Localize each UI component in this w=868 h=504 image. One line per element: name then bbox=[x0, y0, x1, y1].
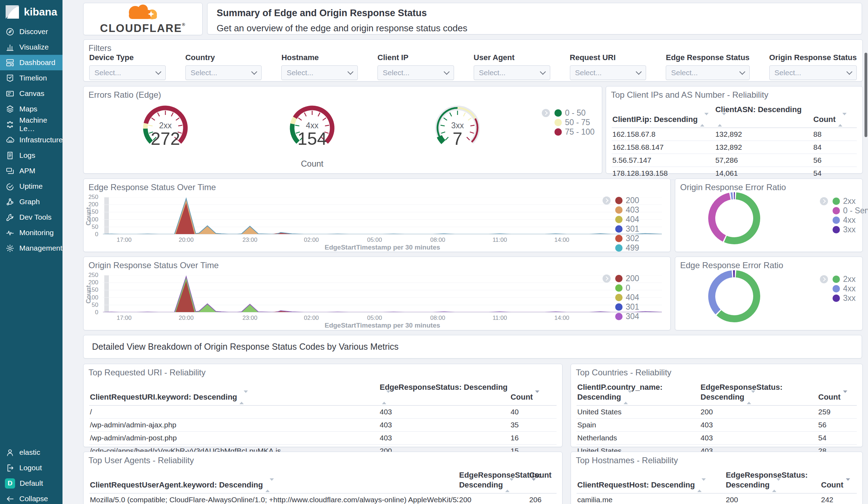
x-axis-tick[interactable]: 02:00 bbox=[296, 315, 327, 322]
filter-select-client-ip[interactable]: Select... bbox=[377, 65, 454, 80]
legend-item[interactable]: 200 bbox=[603, 274, 639, 283]
x-axis-tick[interactable]: 11:00 bbox=[484, 237, 515, 244]
x-axis-tick[interactable]: 08:00 bbox=[422, 237, 454, 244]
sidebar-item-machine-le[interactable]: Machine Le… bbox=[0, 117, 63, 132]
legend-item[interactable]: 4xx bbox=[820, 284, 856, 293]
filter-select-origin-response-status[interactable]: Select... bbox=[769, 65, 857, 80]
legend-item[interactable]: 0 - 50 bbox=[542, 108, 594, 118]
cloudflare-brand-text: CLOUDFLARE® bbox=[100, 22, 186, 35]
column-header[interactable]: ClientIP.country_name: Descending bbox=[577, 380, 700, 406]
column-header[interactable]: Count bbox=[813, 103, 857, 128]
chevron-right-icon[interactable] bbox=[603, 274, 611, 283]
legend-item[interactable]: 404 bbox=[603, 293, 639, 302]
legend-item[interactable]: 302 bbox=[603, 234, 639, 243]
legend-item[interactable]: 2xx bbox=[820, 196, 868, 206]
x-axis-tick[interactable]: 14:00 bbox=[546, 237, 578, 244]
column-header[interactable]: ClientRequestUserAgent.keyword: Descendi… bbox=[89, 468, 458, 493]
column-header[interactable]: ClientIP.ip: Descending bbox=[612, 103, 715, 128]
column-header[interactable]: EdgeResponseStatus: Descending bbox=[725, 468, 820, 493]
kibana-logo[interactable]: kibana bbox=[0, 0, 63, 23]
column-header[interactable]: ClientRequestHost: Descending bbox=[577, 468, 725, 493]
column-header[interactable]: Count bbox=[528, 468, 557, 493]
y-axis-tick: 200 bbox=[84, 201, 98, 208]
legend-item[interactable]: 0 bbox=[603, 283, 639, 293]
table-cell: 200 bbox=[700, 406, 817, 419]
column-header[interactable]: ClientRequestURI.keyword: Descending bbox=[89, 380, 379, 406]
x-axis-tick[interactable]: 17:00 bbox=[108, 237, 140, 244]
legend-item[interactable]: 301 bbox=[603, 302, 639, 312]
column-header[interactable]: EdgeResponseStatus: Descending bbox=[379, 380, 510, 406]
filter-select-edge-response-status[interactable]: Select... bbox=[666, 65, 749, 80]
legend-item[interactable]: 404 bbox=[603, 215, 639, 224]
filter-select-user-agent[interactable]: Select... bbox=[474, 65, 550, 80]
column-header[interactable]: Count bbox=[817, 380, 857, 406]
table-row: 162.158.68.147132,89284 bbox=[612, 141, 857, 154]
legend-item[interactable]: 403 bbox=[603, 205, 639, 215]
page-scrollbar-thumb[interactable] bbox=[864, 53, 867, 137]
sidebar-item-graph[interactable]: Graph bbox=[0, 194, 63, 209]
x-axis-tick[interactable]: 23:00 bbox=[234, 237, 266, 244]
legend-item[interactable]: 301 bbox=[603, 224, 639, 234]
sidebar-item-collapse[interactable]: Collapse bbox=[0, 491, 63, 504]
filter-select-hostname[interactable]: Select... bbox=[281, 65, 358, 80]
sidebar-item-discover[interactable]: Discover bbox=[0, 24, 63, 39]
x-axis-tick[interactable]: 05:00 bbox=[359, 237, 390, 244]
sidebar-item-canvas[interactable]: Canvas bbox=[0, 86, 63, 101]
x-axis-tick[interactable]: 11:00 bbox=[484, 315, 515, 322]
sort-icon bbox=[838, 115, 847, 125]
x-axis-tick[interactable]: 08:00 bbox=[422, 315, 454, 322]
filter-select-device-type[interactable]: Select... bbox=[89, 65, 166, 80]
filter-select-country[interactable]: Select... bbox=[185, 65, 262, 80]
sidebar-item-monitoring[interactable]: Monitoring bbox=[0, 225, 63, 240]
filters-panel: Filters Device TypeSelect...CountrySelec… bbox=[83, 39, 863, 82]
legend-item[interactable]: 2xx bbox=[820, 274, 856, 284]
sidebar-item-uptime[interactable]: Uptime bbox=[0, 179, 63, 194]
legend-item[interactable]: 50 - 75 bbox=[542, 118, 594, 127]
sidebar-item-timelion[interactable]: Timelion bbox=[0, 70, 63, 86]
sidebar-item-elastic[interactable]: elastic bbox=[0, 445, 63, 460]
sidebar-item-visualize[interactable]: Visualize bbox=[0, 39, 63, 55]
legend-item[interactable]: 75 - 100 bbox=[542, 127, 594, 137]
column-header[interactable]: Count bbox=[510, 380, 557, 406]
column-header[interactable]: ClientASN: Descending bbox=[715, 103, 813, 128]
column-header-label: Count bbox=[813, 115, 836, 124]
chevron-right-icon[interactable] bbox=[820, 197, 828, 205]
column-header-label: Count bbox=[821, 480, 843, 489]
legend-item[interactable]: 3xx bbox=[820, 225, 868, 234]
legend-item[interactable]: 4xx bbox=[820, 215, 868, 225]
legend-label: 404 bbox=[626, 293, 639, 302]
column-header[interactable]: EdgeResponseStatus: Descending bbox=[700, 380, 817, 406]
chevron-right-icon[interactable] bbox=[542, 109, 550, 117]
x-axis-tick[interactable]: 02:00 bbox=[296, 237, 327, 244]
legend-item[interactable]: 200 bbox=[603, 196, 639, 205]
sidebar-item-apm[interactable]: APM bbox=[0, 163, 63, 179]
sidebar-item-dashboard[interactable]: Dashboard bbox=[0, 55, 63, 70]
sidebar-item-logout[interactable]: Logout bbox=[0, 460, 63, 476]
sidebar-item-default[interactable]: DDefault bbox=[0, 476, 63, 491]
legend-item[interactable]: 499 bbox=[603, 243, 639, 253]
x-axis-tick[interactable]: 23:00 bbox=[234, 315, 266, 322]
sidebar-item-dev-tools[interactable]: Dev Tools bbox=[0, 209, 63, 225]
sidebar-item-management[interactable]: Management bbox=[0, 240, 63, 256]
sidebar-item-maps[interactable]: Maps bbox=[0, 101, 63, 117]
x-axis-tick[interactable]: 05:00 bbox=[359, 315, 390, 322]
legend-item[interactable]: 0 - Served fr… bbox=[820, 206, 868, 215]
x-axis-tick[interactable]: 17:00 bbox=[108, 315, 140, 322]
x-axis-tick[interactable]: 20:00 bbox=[170, 237, 202, 244]
filter-select-request-uri[interactable]: Select... bbox=[570, 65, 646, 80]
x-axis-tick[interactable]: 20:00 bbox=[170, 315, 202, 322]
sidebar-item-label: Logs bbox=[19, 151, 35, 160]
chevron-right-icon[interactable] bbox=[603, 196, 611, 205]
chevron-right-icon[interactable] bbox=[820, 275, 828, 283]
x-axis-tick[interactable]: 14:00 bbox=[546, 315, 578, 322]
legend-item[interactable]: 304 bbox=[603, 312, 639, 321]
column-header[interactable]: EdgeResponseStatus: Descending bbox=[458, 468, 528, 493]
column-header[interactable]: Count bbox=[820, 468, 857, 493]
legend-swatch bbox=[615, 313, 623, 320]
sidebar-item-logs[interactable]: Logs bbox=[0, 148, 63, 163]
table-header-row: ClientIP.country_name: DescendingEdgeRes… bbox=[577, 380, 857, 406]
sidebar-item-infrastructure[interactable]: Infrastructure bbox=[0, 132, 63, 148]
legend-item[interactable]: 3xx bbox=[820, 293, 856, 303]
sidebar-item-label: Canvas bbox=[19, 89, 44, 98]
sidebar-item-label: Logout bbox=[19, 464, 42, 472]
